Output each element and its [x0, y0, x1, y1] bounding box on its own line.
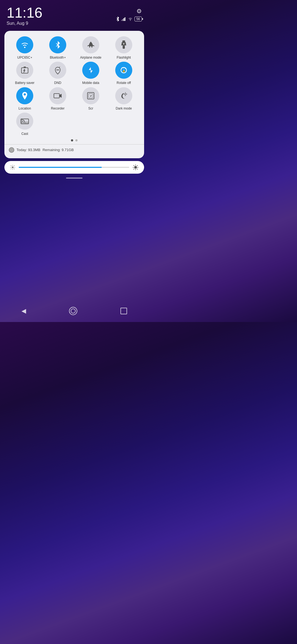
airplane-label: Airplane mode — [80, 56, 101, 59]
svg-point-16 — [125, 93, 126, 95]
rotate-off-icon: 🔒 — [120, 66, 128, 74]
battery-saver-label: Battery saver — [15, 81, 35, 85]
svg-line-31 — [11, 168, 12, 169]
svg-line-40 — [134, 169, 134, 169]
svg-line-29 — [14, 168, 15, 169]
svg-rect-15 — [89, 94, 93, 98]
status-bar: 11:16 Sun, Aug 9 ⚙ 56 — [0, 0, 148, 29]
brightness-bar[interactable] — [4, 161, 144, 174]
sun-high-icon — [133, 164, 139, 170]
svg-point-4 — [24, 47, 26, 48]
dark-mode-icon-bg — [115, 87, 132, 104]
screenshot-label: Scr — [88, 107, 93, 110]
cast-tile[interactable]: Cast — [9, 113, 41, 136]
svg-rect-8 — [24, 67, 26, 68]
battery-saver-icon: + — [21, 66, 29, 74]
battery-badge: 56 — [134, 17, 142, 21]
mobile-data-icon — [87, 66, 94, 74]
brightness-track[interactable] — [19, 167, 129, 168]
svg-rect-1 — [122, 19, 123, 21]
location-icon-bg — [16, 87, 33, 104]
svg-rect-13 — [54, 94, 59, 98]
data-circle-icon — [9, 147, 14, 153]
dot-2[interactable] — [75, 139, 78, 141]
screenshot-tile[interactable]: Scr — [75, 87, 107, 110]
tiles-grid: UPC65C▾ Bluetooth▾ — [9, 36, 140, 136]
data-usage: Today: 93.3MB Remaining: 9.71GB — [9, 144, 140, 154]
dnd-icon-bg — [49, 62, 66, 79]
quick-settings-panel: UPC65C▾ Bluetooth▾ — [4, 31, 144, 158]
svg-line-37 — [134, 165, 134, 166]
pagination-dots — [9, 139, 140, 141]
flashlight-tile[interactable]: Flashlight — [108, 36, 140, 59]
signal-icon — [121, 17, 126, 21]
recorder-icon — [53, 92, 62, 99]
bluetooth-label: Bluetooth▾ — [50, 56, 66, 59]
home-button[interactable] — [69, 307, 77, 315]
brightness-fill — [19, 167, 102, 168]
recent-button[interactable] — [120, 308, 127, 314]
brightness-low-icon — [10, 165, 15, 170]
dnd-icon — [54, 66, 62, 74]
svg-line-28 — [11, 165, 12, 166]
screenshot-icon-bg — [82, 87, 99, 104]
back-button[interactable]: ◀ — [21, 307, 26, 315]
svg-rect-3 — [125, 17, 125, 21]
flashlight-icon — [120, 40, 127, 49]
status-right: ⚙ 56 — [116, 6, 142, 21]
wifi-status-icon — [128, 17, 133, 21]
bluetooth-status-icon — [116, 17, 120, 21]
svg-line-30 — [14, 165, 15, 166]
flashlight-icon-bg — [115, 36, 132, 53]
battery-saver-tile[interactable]: + Battery saver — [9, 62, 41, 85]
svg-line-39 — [137, 165, 138, 166]
dnd-label: DND — [54, 81, 61, 85]
dot-1[interactable] — [71, 139, 73, 141]
battery-saver-icon-bg: + — [16, 62, 33, 79]
location-label: Location — [18, 107, 31, 110]
location-tile[interactable]: Location — [9, 87, 41, 110]
screenshot-icon — [87, 92, 95, 100]
wifi-tile[interactable]: UPC65C▾ — [9, 36, 41, 59]
airplane-icon — [87, 41, 95, 49]
settings-icon[interactable]: ⚙ — [136, 8, 142, 15]
airplane-tile[interactable]: Airplane mode — [75, 36, 107, 59]
svg-rect-0 — [121, 20, 122, 21]
airplane-icon-bg — [82, 36, 99, 53]
cast-label: Cast — [21, 132, 28, 136]
svg-rect-6 — [123, 45, 125, 49]
svg-line-38 — [137, 169, 138, 169]
wifi-icon-bg — [16, 36, 33, 53]
recorder-label: Recorder — [51, 107, 64, 110]
nav-bar: ◀ — [0, 303, 148, 322]
brightness-high-icon — [133, 164, 139, 170]
svg-rect-22 — [25, 122, 29, 124]
flashlight-label: Flashlight — [117, 56, 131, 59]
location-icon — [21, 91, 28, 100]
svg-point-32 — [134, 166, 137, 169]
svg-rect-2 — [123, 18, 124, 21]
remaining-usage: Remaining: 9.71GB — [43, 148, 74, 152]
mobile-data-tile[interactable]: Mobile data — [75, 62, 107, 85]
bluetooth-tile[interactable]: Bluetooth▾ — [42, 36, 74, 59]
wifi-icon — [20, 41, 29, 48]
recorder-tile[interactable]: Recorder — [42, 87, 74, 110]
svg-rect-5 — [122, 40, 125, 42]
mobile-data-label: Mobile data — [82, 81, 99, 85]
svg-text:🔒: 🔒 — [122, 69, 126, 72]
dark-mode-tile[interactable]: Dark mode — [108, 87, 140, 110]
rotate-off-icon-bg: 🔒 — [115, 62, 132, 79]
cast-icon-bg — [16, 113, 33, 130]
rotate-off-tile[interactable]: 🔒 Rotate off — [108, 62, 140, 85]
sun-low-icon — [10, 165, 15, 170]
rotate-off-label: Rotate off — [117, 81, 131, 85]
dnd-tile[interactable]: DND — [42, 62, 74, 85]
cast-icon — [20, 117, 29, 125]
svg-point-23 — [12, 166, 14, 168]
clock: 11:16 — [7, 6, 42, 20]
dark-mode-icon — [120, 92, 128, 100]
bluetooth-icon-bg — [49, 36, 66, 53]
date: Sun, Aug 9 — [7, 21, 42, 26]
dark-mode-label: Dark mode — [116, 107, 132, 110]
recorder-icon-bg — [49, 87, 66, 104]
